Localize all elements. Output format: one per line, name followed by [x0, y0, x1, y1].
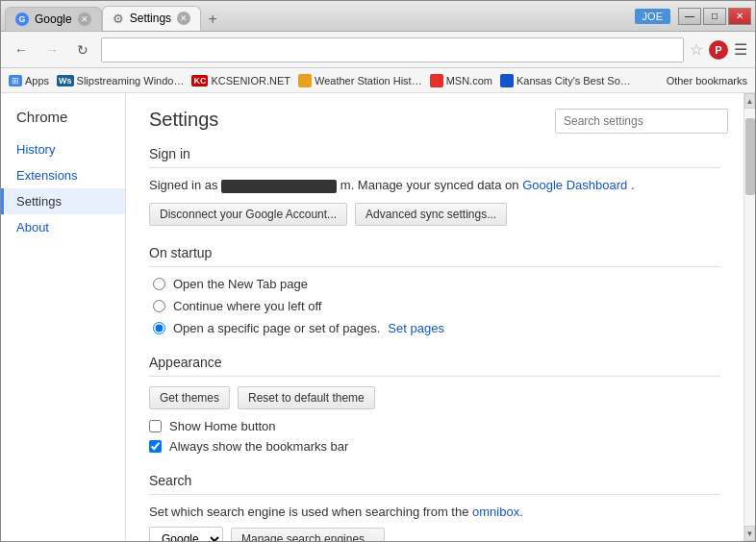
signed-in-period: .: [631, 178, 635, 192]
startup-new-tab[interactable]: Open the New Tab page: [153, 277, 720, 291]
bookmark-weather-label: Weather Station Hist…: [315, 75, 422, 86]
pinterest-button[interactable]: P: [709, 40, 728, 60]
more-bookmarks-label: Other bookmarks: [667, 75, 747, 86]
sidebar-title: Chrome: [1, 109, 125, 136]
reset-theme-button[interactable]: Reset to default theme: [238, 386, 375, 409]
search-description: Set which search engine is used when sea…: [149, 505, 720, 519]
bookmarks-bar-item: Always show the bookmarks bar: [149, 439, 720, 454]
bookmark-kc-label: KCSENIOR.NET: [211, 75, 290, 86]
search-engine-select[interactable]: Google: [149, 527, 223, 541]
close-button[interactable]: ✕: [728, 8, 751, 25]
bookmark-msn[interactable]: MSN.com: [430, 74, 492, 87]
startup-specific-label: Open a specific page or set of pages.: [173, 321, 380, 335]
kc2-icon: [500, 74, 514, 87]
tab-settings[interactable]: ⚙ Settings ✕: [102, 6, 201, 31]
show-home-label: Show Home button: [169, 419, 276, 433]
disconnect-google-button[interactable]: Disconnect your Google Account...: [149, 203, 347, 226]
signed-in-email: [221, 180, 337, 193]
bookmark-star-icon[interactable]: ☆: [690, 40, 703, 59]
bookmarks-bar: ⊞ Apps Ws Slipstreaming Windo… KC KCSENI…: [1, 68, 755, 93]
bookmarks-bar-checkbox[interactable]: [149, 440, 162, 453]
signin-section: Sign in Signed in as m. Manage your sync…: [149, 146, 720, 226]
appearance-btns: Get themes Reset to default theme: [149, 386, 720, 409]
sidebar-item-history[interactable]: History: [1, 136, 125, 162]
appearance-section: Appearance Get themes Reset to default t…: [149, 355, 720, 454]
show-home-checkbox[interactable]: [149, 420, 162, 432]
scroll-down-button[interactable]: ▼: [744, 526, 755, 541]
startup-section-title: On startup: [149, 245, 720, 267]
forward-button[interactable]: →: [39, 37, 64, 62]
startup-section: On startup Open the New Tab page Continu…: [149, 245, 720, 335]
signin-text: Signed in as m. Manage your synced data …: [149, 178, 720, 193]
google-tab-icon: G: [15, 12, 29, 26]
search-desc-text: Set which search engine is used when sea…: [149, 505, 468, 519]
appearance-section-title: Appearance: [149, 355, 720, 377]
startup-new-tab-label: Open the New Tab page: [173, 277, 308, 291]
bookmark-weather[interactable]: Weather Station Hist…: [298, 74, 422, 87]
new-tab-button[interactable]: +: [201, 8, 224, 31]
tab-bar: G Google ✕ ⚙ Settings ✕ +: [5, 1, 635, 31]
startup-continue-label: Continue where you left off: [173, 299, 321, 313]
bookmark-kc2[interactable]: Kansas City's Best So…: [500, 74, 631, 87]
user-button[interactable]: JOE: [635, 9, 670, 24]
msn-icon: [430, 74, 443, 87]
scroll-track: [744, 109, 755, 526]
minimize-button[interactable]: —: [678, 8, 701, 25]
bookmark-kc[interactable]: KC KCSENIOR.NET: [191, 75, 290, 86]
signin-section-title: Sign in: [149, 146, 720, 168]
maximize-button[interactable]: □: [703, 8, 726, 25]
kc-icon: KC: [191, 75, 208, 86]
browser-window: G Google ✕ ⚙ Settings ✕ + JOE — □ ✕ ← → …: [0, 0, 756, 542]
address-input[interactable]: chrome://settings: [110, 43, 675, 57]
bookmark-apps[interactable]: ⊞ Apps: [9, 75, 49, 86]
startup-specific-radio[interactable]: [153, 322, 165, 334]
scroll-up-button[interactable]: ▲: [744, 93, 755, 109]
search-row: Google Manage search engines...: [149, 527, 720, 541]
window-controls: JOE — □ ✕: [635, 8, 751, 25]
show-home-item: Show Home button: [149, 419, 720, 433]
tab-google-label: Google: [35, 12, 72, 26]
address-bar[interactable]: chrome://settings: [101, 37, 684, 62]
scroll-thumb[interactable]: [745, 118, 755, 195]
back-button[interactable]: ←: [9, 37, 34, 62]
content-area: Chrome History Extensions Settings About…: [1, 93, 755, 541]
startup-specific[interactable]: Open a specific page or set of pages. Se…: [153, 321, 720, 335]
bookmark-apps-label: Apps: [25, 75, 49, 86]
set-pages-link[interactable]: Set pages: [388, 321, 444, 335]
bookmark-ws[interactable]: Ws Slipstreaming Windo…: [57, 75, 184, 86]
tab-google-close[interactable]: ✕: [78, 12, 91, 26]
search-section-title: Search: [149, 473, 720, 495]
bookmark-ws-label: Slipstreaming Windo…: [77, 75, 185, 86]
signed-in-suffix: m. Manage your synced data on: [340, 178, 522, 192]
weather-icon: [298, 74, 312, 87]
get-themes-button[interactable]: Get themes: [149, 386, 230, 409]
bookmark-msn-label: MSN.com: [446, 75, 492, 86]
omnibox-link[interactable]: omnibox.: [472, 505, 523, 519]
sidebar-item-about[interactable]: About: [1, 214, 125, 240]
chrome-menu-button[interactable]: ☰: [734, 40, 747, 59]
reload-button[interactable]: ↻: [70, 37, 95, 62]
sidebar-item-extensions[interactable]: Extensions: [1, 162, 125, 188]
tab-settings-label: Settings: [130, 12, 171, 25]
bookmarks-bar-label: Always show the bookmarks bar: [169, 439, 348, 454]
advanced-sync-button[interactable]: Advanced sync settings...: [355, 203, 507, 226]
startup-continue[interactable]: Continue where you left off: [153, 299, 720, 313]
manage-search-engines-button[interactable]: Manage search engines...: [231, 528, 385, 541]
startup-radio-group: Open the New Tab page Continue where you…: [149, 277, 720, 335]
apps-icon: ⊞: [9, 75, 22, 86]
startup-continue-radio[interactable]: [153, 300, 165, 312]
settings-content: Settings Sign in Signed in as m. Manage …: [126, 93, 743, 541]
nav-bar: ← → ↻ chrome://settings ☆ P ☰: [1, 32, 755, 68]
title-bar: G Google ✕ ⚙ Settings ✕ + JOE — □ ✕: [1, 1, 755, 32]
google-dashboard-link[interactable]: Google Dashboard: [522, 178, 627, 192]
sidebar-item-settings[interactable]: Settings: [1, 188, 125, 214]
signin-btn-row: Disconnect your Google Account... Advanc…: [149, 203, 720, 226]
tab-settings-close[interactable]: ✕: [177, 12, 190, 25]
tab-google[interactable]: G Google ✕: [5, 7, 102, 32]
settings-tab-icon: ⚙: [113, 12, 124, 26]
search-settings-input[interactable]: [555, 109, 728, 134]
search-section: Search Set which search engine is used w…: [149, 473, 720, 541]
bookmark-more[interactable]: Other bookmarks: [667, 75, 747, 86]
scrollbar[interactable]: ▲ ▼: [743, 93, 755, 541]
startup-new-tab-radio[interactable]: [153, 278, 165, 290]
